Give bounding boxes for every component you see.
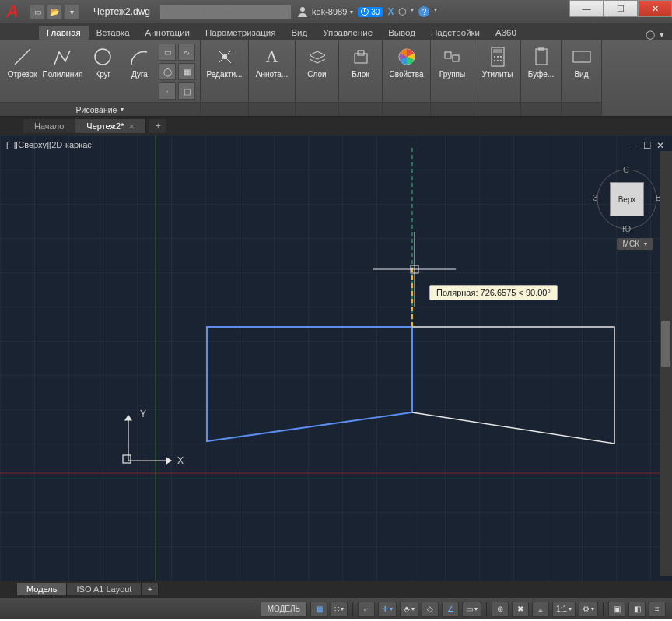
ucs-dropdown[interactable]: МСК▾ (617, 238, 653, 250)
compass-north[interactable]: С (623, 165, 629, 174)
svg-point-15 (500, 56, 502, 58)
status-lwt-icon[interactable]: ▭▾ (462, 602, 481, 617)
svg-point-17 (497, 60, 499, 61)
ribbon-tab-output[interactable]: Вывод (380, 26, 423, 40)
svg-rect-7 (358, 51, 364, 55)
polar-tooltip: Полярная: 726.6575 < 90.00° (429, 285, 558, 300)
ribbon-tab-insert[interactable]: Вставка (89, 26, 138, 40)
svg-point-14 (497, 56, 499, 58)
tool-arc[interactable]: Дуга (122, 44, 157, 79)
open-icon[interactable]: 📂 (47, 4, 62, 19)
tool-groups[interactable]: Группы (436, 44, 469, 79)
status-osnap-icon[interactable]: ◇ (422, 602, 439, 617)
status-iso-icon[interactable]: ⬘▾ (400, 602, 418, 617)
layout-tab-add[interactable]: + (142, 583, 159, 595)
view-cube[interactable]: С Ю В З Верх (594, 167, 660, 232)
drawing-canvas[interactable]: [–][Сверху][2D-каркас] — ☐ ✕ X Y (0, 135, 672, 581)
status-snap-icon[interactable]: ∷▾ (331, 602, 348, 617)
window-controls: — ☐ ✕ (569, 0, 672, 17)
status-model-button[interactable]: МОДЕЛЬ (261, 602, 307, 617)
ribbon-tab-a360[interactable]: A360 (488, 26, 524, 40)
status-grid-icon[interactable]: ▦ (310, 602, 327, 617)
user-menu[interactable]: kok-8989 ▾ (296, 5, 353, 18)
title-utility-icons: X ⬡ ▾ ? ▾ (387, 6, 437, 17)
new-tab-button[interactable]: + (149, 119, 166, 133)
svg-point-5 (222, 54, 227, 59)
tool-polyline[interactable]: Полилиния (41, 44, 84, 79)
panel-title-draw[interactable]: Рисование▾ (0, 102, 200, 116)
status-annotation-icon[interactable]: ▣ (608, 602, 625, 617)
svg-rect-10 (453, 55, 459, 61)
panel-block: Блок (339, 40, 383, 116)
tool-annotate[interactable]: A Аннота... (254, 44, 290, 79)
tool-circle[interactable]: Круг (86, 44, 121, 79)
compass-west[interactable]: З (593, 193, 598, 202)
axis-x-label: X (177, 455, 184, 466)
rectangle-icon[interactable]: ▭ (159, 44, 176, 61)
quick-access-toolbar: ▭ 📂 ▾ (25, 4, 84, 19)
status-customize-icon[interactable]: ≡ (649, 602, 666, 617)
layout-tab-model[interactable]: Модель (17, 583, 67, 595)
close-button[interactable]: ✕ (638, 0, 672, 17)
new-icon[interactable]: ▭ (30, 4, 45, 19)
svg-point-0 (300, 7, 305, 12)
status-polar-icon[interactable]: ✛▾ (378, 602, 397, 617)
maximize-button[interactable]: ☐ (604, 0, 638, 17)
panel-divider (521, 102, 561, 116)
search-input[interactable] (159, 4, 292, 19)
tool-properties[interactable]: Свойства (387, 44, 425, 79)
status-ortho-icon[interactable]: ⌐ (358, 602, 375, 617)
qat-dropdown-icon[interactable]: ▾ (64, 4, 79, 19)
status-workspace-icon[interactable]: ◧ (628, 602, 646, 617)
ribbon-tab-annotate[interactable]: Аннотации (138, 26, 198, 40)
tool-modify[interactable]: Редакти... (205, 44, 243, 79)
status-dynamic-input-icon[interactable]: ⊕ (492, 602, 509, 617)
ribbon-tab-view[interactable]: Вид (283, 26, 315, 40)
status-scale-button[interactable]: 1:1▾ (552, 602, 576, 617)
ribbon-tab-manage[interactable]: Управление (315, 26, 380, 40)
svg-rect-19 (536, 49, 547, 65)
hatch-icon[interactable]: ▦ (178, 63, 195, 80)
trial-badge[interactable]: 30 (358, 7, 383, 17)
vertical-scrollbar[interactable] (660, 151, 672, 576)
viewcube-face[interactable]: Верх (610, 182, 644, 216)
compass-south[interactable]: Ю (622, 224, 631, 233)
chevron-down-icon[interactable]: ▾ (434, 6, 437, 17)
scrollbar-thumb[interactable] (661, 321, 670, 367)
file-tab-drawing[interactable]: Чертеж2*✕ (75, 119, 146, 133)
app-logo[interactable]: A (0, 1, 25, 23)
tool-layers[interactable]: Слои (300, 44, 334, 79)
region-icon[interactable]: ◫ (178, 82, 195, 100)
featured-apps-icon[interactable]: ◯ (646, 30, 655, 40)
spline-icon[interactable]: ∿ (178, 44, 195, 61)
help-icon[interactable]: ? (418, 6, 429, 17)
status-separator (352, 602, 353, 616)
chevron-down-icon[interactable]: ▾ (411, 6, 414, 17)
signin-icon[interactable]: ⬡ (398, 6, 406, 17)
tool-clipboard[interactable]: Буфе... (526, 44, 556, 79)
view-icon (570, 45, 593, 68)
ribbon-collapse-icon[interactable]: ▾ (660, 30, 664, 40)
status-otrack-icon[interactable]: ∠ (442, 602, 459, 617)
tool-line[interactable]: Отрезок (5, 44, 40, 79)
ribbon-tab-home[interactable]: Главная (39, 26, 89, 40)
ribbon-tab-addins[interactable]: Надстройки (423, 26, 488, 40)
tool-view[interactable]: Вид (566, 44, 597, 79)
panel-divider (249, 102, 295, 116)
file-tab-start[interactable]: Начало (23, 119, 75, 133)
tool-block[interactable]: Блок (344, 44, 377, 79)
minimize-button[interactable]: — (569, 0, 604, 17)
point-icon[interactable]: · (159, 82, 176, 100)
ribbon-tab-parametric[interactable]: Параметризация (198, 26, 283, 40)
svg-rect-20 (538, 47, 544, 51)
status-gear-icon[interactable]: ⚙▾ (579, 602, 598, 617)
layout-tab-iso[interactable]: ISO A1 Layout (67, 583, 142, 595)
status-3d-icon[interactable]: ⟁ (532, 602, 549, 617)
close-icon[interactable]: ✕ (128, 122, 135, 131)
panel-divider (201, 102, 248, 116)
tool-utilities[interactable]: Утилиты (479, 44, 516, 79)
panel-view: Вид (562, 40, 602, 116)
status-selection-icon[interactable]: ✖ (512, 602, 529, 617)
ellipse-icon[interactable]: ◯ (159, 63, 176, 80)
exchange-icon[interactable]: X (387, 6, 394, 17)
